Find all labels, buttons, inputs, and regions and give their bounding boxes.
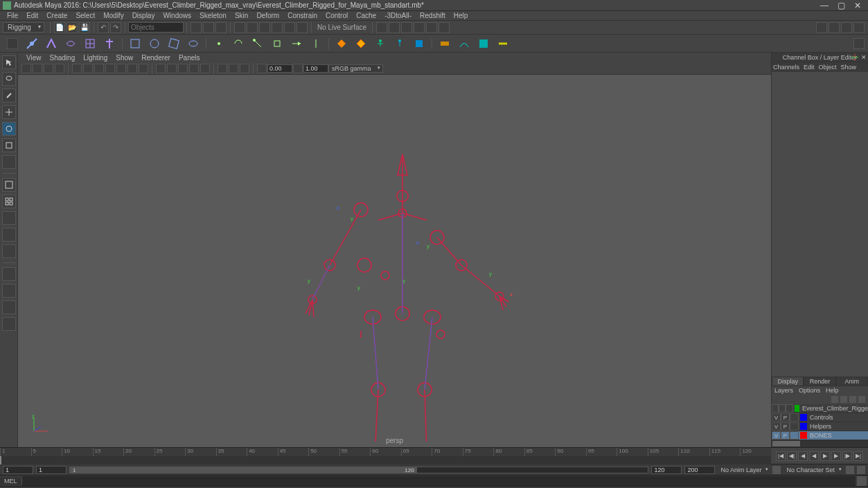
layer-color-swatch[interactable] — [800, 432, 807, 439]
quick-rig-icon[interactable] — [392, 36, 407, 51]
redo-button[interactable]: ↷ — [110, 22, 121, 33]
layer-row[interactable]: VPBONES — [772, 431, 868, 440]
menu-windows[interactable]: Windows — [159, 12, 195, 19]
layer-color-swatch[interactable] — [795, 405, 799, 412]
time-cursor[interactable] — [0, 456, 1, 464]
layer-visible-toggle[interactable]: V — [772, 422, 781, 431]
blend-shape-icon[interactable] — [186, 36, 201, 51]
snap-curve-button[interactable] — [247, 22, 258, 33]
menu-redshift[interactable]: Redshift — [416, 12, 450, 19]
joint-tool-icon[interactable] — [24, 36, 39, 51]
layout-four[interactable] — [2, 195, 16, 208]
render-button[interactable] — [389, 22, 400, 33]
panel-toggle-1-button[interactable] — [816, 22, 827, 33]
layer-playback-toggle[interactable] — [779, 404, 786, 413]
layer-type-toggle[interactable] — [790, 413, 799, 422]
layer-color-swatch[interactable] — [800, 414, 807, 421]
vp-camera-select-button[interactable] — [21, 64, 31, 73]
layer-menu-options[interactable]: Options — [799, 387, 820, 394]
vp-xray-joints-button[interactable] — [240, 64, 249, 73]
play-forward-button[interactable]: ▶ — [820, 451, 830, 461]
vp-resolution-gate-button[interactable] — [94, 64, 104, 73]
step-back-button[interactable]: ◀ — [798, 451, 808, 461]
command-input[interactable] — [22, 476, 856, 486]
minimize-button[interactable]: — — [817, 1, 832, 10]
vp-xray-button[interactable] — [229, 64, 238, 73]
layout-two-h[interactable] — [2, 211, 16, 225]
snap-plane-button[interactable] — [272, 22, 283, 33]
character-icon[interactable] — [411, 36, 427, 51]
layer-menu-help[interactable]: Help — [826, 387, 839, 394]
layout-three[interactable] — [2, 244, 16, 258]
layer-playback-toggle[interactable]: P — [781, 422, 790, 431]
layer-row[interactable]: VPHelpers — [772, 422, 868, 431]
layer-scrollbar[interactable] — [772, 440, 868, 447]
ik-spline-icon[interactable] — [63, 36, 78, 51]
menu-skeleton[interactable]: Skeleton — [195, 12, 231, 19]
constraint-pole-icon[interactable] — [308, 36, 324, 51]
select-by-component-button[interactable] — [215, 22, 227, 33]
graph-button[interactable] — [2, 284, 16, 298]
dope-sheet-icon[interactable] — [476, 36, 491, 51]
layer-type-toggle[interactable] — [786, 404, 792, 413]
vp-exposure-button[interactable] — [257, 64, 267, 73]
layer-visible-toggle[interactable]: V — [772, 431, 781, 440]
bind-skin-icon[interactable] — [127, 36, 143, 51]
hypershade-button[interactable] — [439, 22, 450, 33]
ipr-render-button[interactable] — [401, 22, 412, 33]
vp-gate-mask-button[interactable] — [105, 64, 115, 73]
human-ik-icon[interactable] — [373, 36, 388, 51]
menu-create[interactable]: Create — [42, 12, 71, 19]
menu-constrain[interactable]: Constrain — [283, 12, 321, 19]
tab-show[interactable]: Show — [841, 64, 857, 71]
vp-image-plane-button[interactable] — [55, 64, 64, 73]
shelf-options-button[interactable] — [853, 38, 865, 49]
layer-menu-layers[interactable]: Layers — [774, 387, 793, 394]
construction-history-button[interactable] — [376, 22, 387, 33]
graph-editor-icon[interactable] — [457, 36, 472, 51]
render-settings-button[interactable] — [414, 22, 425, 33]
constraint-aim-icon[interactable] — [289, 36, 304, 51]
tab-render-layers[interactable]: Render — [804, 377, 835, 386]
shelf-tab-icon[interactable] — [5, 36, 20, 51]
panel-toggle-2-button[interactable] — [829, 22, 840, 33]
rotate-tool[interactable] — [2, 122, 16, 136]
snap-grid-button[interactable] — [234, 22, 245, 33]
manip-icon[interactable] — [851, 54, 858, 61]
vp-shaded-button[interactable] — [167, 64, 177, 73]
menu-display[interactable]: Display — [128, 12, 159, 19]
vp-menu-renderer[interactable]: Renderer — [137, 54, 175, 62]
layer-visible-toggle[interactable]: V — [772, 413, 781, 422]
menu-modify[interactable]: Modify — [99, 12, 127, 19]
selection-search-input[interactable] — [128, 22, 184, 33]
auto-key-button[interactable] — [772, 466, 781, 474]
menu-skin[interactable]: Skin — [231, 12, 252, 19]
panel-toggle-3-button[interactable] — [841, 22, 852, 33]
vp-menu-shading[interactable]: Shading — [46, 54, 80, 62]
tab-edit[interactable]: Edit — [804, 64, 815, 71]
last-tool[interactable] — [2, 155, 16, 169]
menu-3dtoall[interactable]: -3DtoAll- — [380, 12, 416, 19]
layer-playback-toggle[interactable]: P — [781, 413, 790, 422]
lattice-icon[interactable] — [82, 36, 98, 51]
lasso-tool[interactable] — [2, 72, 16, 86]
close-button[interactable]: ✕ — [850, 1, 865, 10]
go-end-button[interactable]: ▶| — [853, 451, 863, 461]
time-ruler[interactable]: 1510152025303540455055606570758085909510… — [0, 448, 771, 464]
play-back-button[interactable]: ◀ — [809, 451, 819, 461]
tab-object[interactable]: Object — [819, 64, 837, 71]
panel-toggle-4-button[interactable] — [853, 22, 865, 33]
vp-exposure-input[interactable] — [267, 64, 292, 73]
script-lang-label[interactable]: MEL — [0, 478, 22, 485]
tab-channels[interactable]: Channels — [773, 64, 799, 71]
layer-type-toggle[interactable] — [790, 422, 799, 431]
render-view-button[interactable] — [426, 22, 437, 33]
select-by-object-button[interactable] — [203, 22, 214, 33]
vp-shadows-button[interactable] — [200, 64, 210, 73]
anim-end-input[interactable] — [684, 466, 715, 474]
skeleton-icon[interactable] — [102, 36, 117, 51]
constraint-point-icon[interactable] — [211, 36, 227, 51]
vp-camera-lock-button[interactable] — [33, 64, 42, 73]
layer-playback-toggle[interactable]: P — [781, 431, 790, 440]
step-forward-key-button[interactable]: |▶ — [842, 451, 852, 461]
